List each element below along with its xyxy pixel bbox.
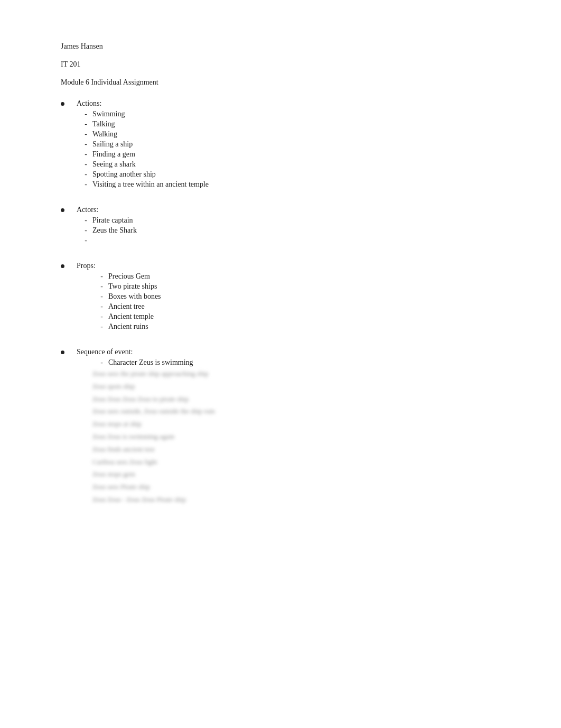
prop-item-ancient-ruins: - Ancient ruins xyxy=(61,322,508,331)
action-spotting-ship-text: Spotting another ship xyxy=(92,170,508,179)
dash-icon: - xyxy=(92,292,108,301)
sequence-blurred-2: Zeus spots ship xyxy=(61,381,508,392)
prop-item-two-pirate-ships: - Two pirate ships xyxy=(61,282,508,291)
action-sailing-text: Sailing a ship xyxy=(92,140,508,149)
dash-icon: - xyxy=(77,226,92,235)
actor-empty-item: - xyxy=(61,236,508,245)
sequence-blurred-11: Zeus Zeus - Zeus Zeus Pirate ship xyxy=(61,494,508,505)
prop-item-ancient-temple: - Ancient temple xyxy=(61,312,508,321)
sequence-section: Sequence of event: - Character Zeus is s… xyxy=(61,348,508,505)
dash-icon: - xyxy=(77,160,92,169)
sequence-label: Sequence of event: xyxy=(77,348,508,356)
prop-ancient-ruins-text: Ancient ruins xyxy=(108,322,508,331)
course-id: IT 201 xyxy=(61,60,508,69)
action-item-walking: - Walking xyxy=(61,130,508,139)
action-visiting-tree-text: Visiting a tree within an ancient temple xyxy=(92,180,508,189)
dash-icon: - xyxy=(92,322,108,331)
props-bullet-item: Props: xyxy=(61,262,508,270)
dash-icon: - xyxy=(77,170,92,179)
action-seeing-shark-text: Seeing a shark xyxy=(92,160,508,169)
actors-bullet-item: Actors: xyxy=(61,206,508,214)
dash-icon: - xyxy=(77,130,92,139)
action-item-seeing-shark: - Seeing a shark xyxy=(61,160,508,169)
author-name: James Hansen xyxy=(61,42,508,51)
bullet-dot-icon xyxy=(61,208,64,212)
dash-icon: - xyxy=(77,180,92,189)
sequence-blurred-6: Zeus Zeus is swimming again xyxy=(61,431,508,443)
sequence-blurred-5: Zeus stops at ship xyxy=(61,419,508,430)
prop-two-pirate-ships-text: Two pirate ships xyxy=(108,282,508,291)
assignment-title: Module 6 Individual Assignment xyxy=(61,78,508,87)
dash-icon: - xyxy=(92,312,108,321)
sequence-blurred-4: Zeus sees outside, Zeus outside the ship… xyxy=(61,406,508,417)
action-finding-gem-text: Finding a gem xyxy=(92,150,508,159)
prop-item-precious-gem: - Precious Gem xyxy=(61,272,508,281)
sequence-blurred-9: Zeus stops gem xyxy=(61,469,508,480)
actor-pirate-captain-text: Pirate captain xyxy=(92,216,508,225)
actions-section: Actions: - Swimming - Talking - Walking … xyxy=(61,99,508,189)
prop-boxes-bones-text: Boxes with bones xyxy=(108,292,508,301)
bullet-dot-icon xyxy=(61,351,64,354)
actor-item-zeus-shark: - Zeus the Shark xyxy=(61,226,508,235)
action-item-spotting-ship: - Spotting another ship xyxy=(61,170,508,179)
action-item-talking: - Talking xyxy=(61,120,508,128)
sequence-blurred-7: Zeus finds ancient tree xyxy=(61,444,508,455)
action-item-visiting-tree: - Visiting a tree within an ancient temp… xyxy=(61,180,508,189)
sequence-blurred-1: Zeus sees the pirate ship approaching sh… xyxy=(61,368,508,380)
action-item-swimming: - Swimming xyxy=(61,110,508,118)
prop-ancient-temple-text: Ancient temple xyxy=(108,312,508,321)
actors-label: Actors: xyxy=(77,206,508,214)
dash-icon: - xyxy=(77,110,92,118)
bullet-marker xyxy=(61,262,77,268)
prop-item-boxes-bones: - Boxes with bones xyxy=(61,292,508,301)
props-label: Props: xyxy=(77,262,508,270)
dash-icon: - xyxy=(92,272,108,281)
bullet-marker xyxy=(61,348,77,354)
dash-icon: - xyxy=(92,302,108,311)
dash-icon: - xyxy=(77,236,92,245)
bullet-dot-icon xyxy=(61,264,64,268)
sequence-item-zeus-swimming: - Character Zeus is swimming xyxy=(61,358,508,367)
actors-section: Actors: - Pirate captain - Zeus the Shar… xyxy=(61,206,508,245)
dash-icon: - xyxy=(92,358,108,367)
actions-bullet-item: Actions: xyxy=(61,99,508,108)
bullet-dot-icon xyxy=(61,102,64,106)
sequence-bullet-item: Sequence of event: xyxy=(61,348,508,356)
action-walking-text: Walking xyxy=(92,130,508,139)
action-item-sailing: - Sailing a ship xyxy=(61,140,508,149)
dash-icon: - xyxy=(92,282,108,291)
action-item-finding-gem: - Finding a gem xyxy=(61,150,508,159)
prop-item-ancient-tree: - Ancient tree xyxy=(61,302,508,311)
bullet-marker xyxy=(61,99,77,106)
sequence-zeus-swimming-text: Character Zeus is swimming xyxy=(108,358,508,367)
action-talking-text: Talking xyxy=(92,120,508,128)
sequence-blurred-8: Caribou sees Zeus light xyxy=(61,457,508,468)
dash-icon: - xyxy=(77,120,92,128)
props-section: Props: - Precious Gem - Two pirate ships… xyxy=(61,262,508,331)
dash-icon: - xyxy=(77,150,92,159)
dash-icon: - xyxy=(77,140,92,149)
actor-item-pirate-captain: - Pirate captain xyxy=(61,216,508,225)
sequence-blurred-3: Zeus Zeus Zeus Zeus to pirate ship xyxy=(61,394,508,405)
prop-ancient-tree-text: Ancient tree xyxy=(108,302,508,311)
sequence-blurred-10: Zeus sees Pirate ship xyxy=(61,482,508,493)
prop-precious-gem-text: Precious Gem xyxy=(108,272,508,281)
dash-icon: - xyxy=(77,216,92,225)
bullet-marker xyxy=(61,206,77,212)
action-swimming-text: Swimming xyxy=(92,110,508,118)
actions-label: Actions: xyxy=(77,99,508,108)
actor-zeus-shark-text: Zeus the Shark xyxy=(92,226,508,235)
